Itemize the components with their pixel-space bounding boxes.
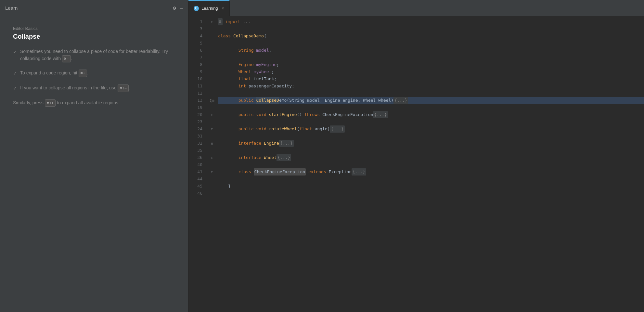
code-line-24: public void rotateWheel(float angle){...…: [218, 125, 644, 133]
gutter-8: [206, 61, 218, 68]
collapse-btn-1[interactable]: ⊟: [211, 20, 213, 24]
collapsed-body-36: {...}: [277, 154, 291, 161]
kw-interface-32: interface: [238, 140, 264, 147]
code-line-23: [218, 118, 644, 125]
indent-10: [218, 75, 238, 83]
lesson-item-3: ✓ If you want to collapse all regions in…: [13, 84, 175, 92]
code-line-10: float fuelTank;: [218, 75, 644, 83]
gutter-13: @ ⊟: [206, 97, 218, 104]
var-mywheel: myWheel: [254, 68, 272, 75]
code-line-40: [218, 161, 644, 168]
kw-throws: throws: [304, 111, 322, 118]
lesson-text-3-before: If you want to collapse all regions in t…: [20, 85, 118, 90]
gutter-20: ⊟: [206, 111, 218, 118]
settings-icon[interactable]: ⚙: [173, 5, 176, 11]
tab-close-button[interactable]: ×: [222, 6, 224, 11]
semi-10: ;: [274, 75, 277, 83]
ln-7: 7: [188, 54, 202, 61]
gutter-4: [206, 32, 218, 40]
params-20: (): [297, 111, 304, 118]
var-passengercapacity: passengerCapacity: [249, 83, 292, 90]
interface-wheel: Wheel: [264, 154, 277, 161]
method-rotatewheel: rotateWheel: [269, 125, 297, 133]
gutter-44: [206, 176, 218, 183]
params-13: (String model, Engine engine, Wheel whee…: [287, 97, 393, 104]
ln-4: 4: [188, 32, 202, 40]
ln-10: 10: [188, 75, 202, 83]
ln-46: 46: [188, 190, 202, 197]
indent-6: [218, 47, 238, 54]
lesson-text-3: If you want to collapse all regions in t…: [20, 84, 175, 92]
gutter-36: ⊟: [206, 154, 218, 161]
ln-12: 12: [188, 90, 202, 97]
gutter-11: [206, 83, 218, 90]
gutter-19: [206, 104, 218, 111]
ln-3: 3: [188, 25, 202, 32]
code-line-32: interface Engine{...}: [218, 140, 644, 147]
collapsed-body-24: {...}: [330, 125, 344, 133]
gutter-46: [206, 190, 218, 197]
semi-9: ;: [271, 68, 274, 75]
type-engine: Engine: [238, 61, 256, 68]
code-editor[interactable]: 1 3 4 5 6 7 8 9 10 11 12 13 19 20 23 24 …: [188, 16, 644, 312]
kw-void-20: void: [256, 111, 269, 118]
collapse-btn-36[interactable]: ⊟: [211, 156, 213, 160]
ln-31: 31: [188, 133, 202, 140]
collapse-btn-13[interactable]: ⊟: [212, 98, 214, 103]
code-line-44: [218, 176, 644, 183]
code-line-7: [218, 54, 644, 61]
semi-8: ;: [277, 61, 279, 68]
collapse-btn-41[interactable]: ⊟: [211, 170, 213, 174]
indent-11: [218, 83, 238, 90]
type-string: String: [238, 47, 256, 54]
learning-tab[interactable]: C Learning ×: [188, 0, 230, 16]
collapse-btn-32[interactable]: ⊟: [211, 141, 213, 146]
lesson-text-1: Sometimes you need to collapse a piece o…: [20, 48, 175, 62]
code-line-1: ⊟ import ...: [218, 18, 644, 25]
collapsed-body-13: {...}: [393, 97, 408, 104]
code-line-11: int passengerCapacity;: [218, 83, 644, 90]
code-line-20: public void startEngine() throws CheckEn…: [218, 111, 644, 118]
collapse-btn-24[interactable]: ⊟: [211, 127, 213, 131]
brace-open: {: [264, 32, 266, 40]
lesson-item-2: ✓ To expand a code region, hit ⌘+.: [13, 70, 175, 77]
collapse-btn-20[interactable]: ⊟: [211, 113, 213, 117]
gutter-24: ⊟: [206, 125, 218, 133]
ln-19: 19: [188, 104, 202, 111]
tab-file-icon: C: [194, 6, 199, 11]
exception-name: CheckEngineException: [322, 111, 373, 118]
section-label: Editor Basics: [13, 26, 175, 31]
code-line-6: String model;: [218, 47, 644, 54]
cursor-pos: emo: [279, 97, 287, 104]
ln-5: 5: [188, 40, 202, 47]
minimize-icon[interactable]: —: [180, 5, 183, 11]
kw-class-41: class: [238, 168, 254, 176]
code-line-46: [218, 190, 644, 197]
gutter-5: [206, 40, 218, 47]
ln-45: 45: [188, 183, 202, 190]
kw-int: int: [238, 83, 249, 90]
var-fueltank: fuelTank: [254, 75, 274, 83]
kbd-collapse-all: ⌘⇧−: [118, 84, 129, 92]
ln-11: 11: [188, 83, 202, 90]
check-icon-2: ✓: [13, 70, 17, 77]
method-startengine: startEngine: [269, 111, 297, 118]
class-name: CollapseDemo: [233, 32, 264, 40]
code-line-36: interface Wheel{...}: [218, 154, 644, 161]
ln-20: 20: [188, 111, 202, 118]
lesson-text-2-before: To expand a code region, hit: [20, 70, 79, 75]
indent-13: [218, 97, 238, 104]
tab-label: Learning: [201, 6, 218, 11]
code-line-4: class CollapseDemo{: [218, 32, 644, 40]
code-line-9: Wheel myWheel;: [218, 68, 644, 75]
ln-9: 9: [188, 68, 202, 75]
lesson-text-2-after: .: [87, 70, 88, 75]
kw-public-13: public: [238, 97, 256, 104]
code-line-8: Engine myEngine;: [218, 61, 644, 68]
indent-45: [218, 183, 228, 190]
ln-44: 44: [188, 176, 202, 183]
lesson-text-1-after: .: [71, 56, 72, 61]
indent-24: [218, 125, 238, 133]
lesson-text-1-before: Sometimes you need to collapse a piece o…: [20, 49, 168, 61]
kbd-expand: ⌘+: [79, 70, 87, 77]
